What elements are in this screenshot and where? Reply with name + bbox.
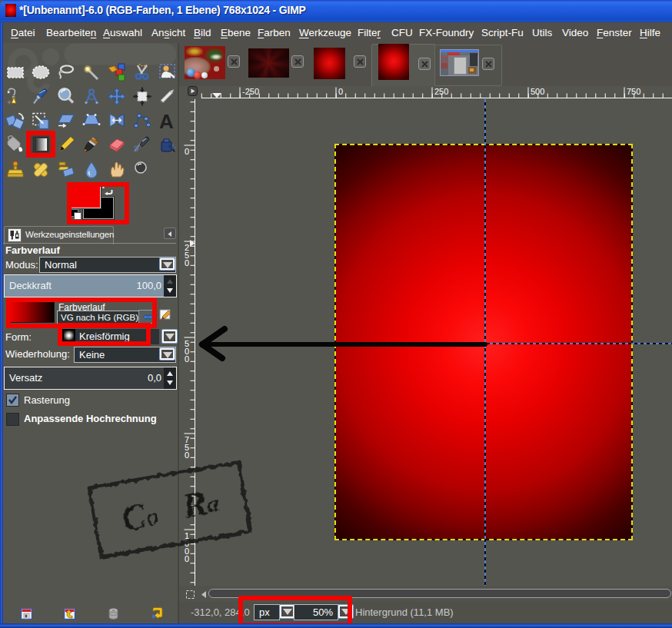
svg-text:500: 500 [531,87,544,96]
svg-text:250: 250 [185,243,189,267]
svg-text:0: 0 [338,87,343,96]
svg-text:500: 500 [185,339,189,364]
svg-text:-250: -250 [242,87,259,96]
svg-text:750: 750 [627,87,640,96]
svg-text:250: 250 [434,87,448,96]
svg-text:0: 0 [185,147,189,156]
svg-text:A: A [159,110,174,133]
svg-text:750: 750 [185,435,189,460]
